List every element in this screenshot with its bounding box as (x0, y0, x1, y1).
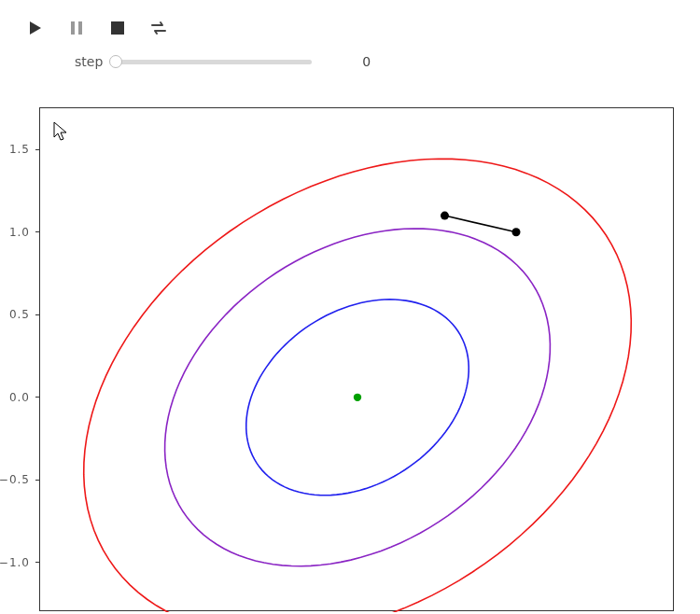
plot-svg (40, 108, 675, 612)
axes-frame: 1.51.00.50.0−0.5−1.0 (39, 107, 674, 611)
svg-rect-2 (78, 21, 82, 35)
svg-rect-1 (71, 21, 75, 35)
trajectory-line (445, 216, 517, 232)
y-tick-mark (35, 562, 40, 563)
cursor-icon (53, 121, 70, 145)
y-tick: 1.5 (9, 143, 40, 156)
y-tick-mark (35, 149, 40, 150)
y-tick-mark (35, 397, 40, 398)
center-point (354, 394, 361, 401)
plot-area: 1.51.00.50.0−0.5−1.0 (0, 107, 700, 611)
stop-icon (111, 21, 124, 35)
step-slider-row: step 0 (0, 47, 700, 84)
trajectory-point (441, 212, 449, 220)
svg-rect-3 (111, 21, 124, 35)
y-tick: 0.5 (9, 308, 40, 321)
y-tick-label: 1.5 (9, 143, 30, 156)
y-tick-label: 0.0 (9, 391, 30, 404)
play-button[interactable] (26, 19, 45, 37)
y-tick: 0.0 (9, 391, 40, 404)
slider-thumb[interactable] (109, 55, 122, 68)
loop-button[interactable] (149, 19, 168, 37)
y-tick: −0.5 (0, 473, 40, 486)
loop-icon (149, 21, 168, 35)
y-tick-mark (35, 480, 40, 481)
y-tick-mark (35, 231, 40, 232)
y-tick-label: −1.0 (0, 556, 30, 569)
pause-button[interactable] (67, 19, 86, 37)
y-tick-label: −0.5 (0, 473, 30, 486)
y-tick-mark (35, 314, 40, 315)
contour-ellipse (84, 159, 632, 612)
pause-icon (69, 21, 84, 35)
trajectory-point (512, 228, 521, 236)
y-tick-label: 0.5 (9, 308, 30, 321)
y-tick: 1.0 (9, 226, 40, 239)
svg-marker-0 (30, 21, 41, 35)
animation-toolbar (0, 0, 700, 47)
play-icon (28, 21, 43, 35)
stop-button[interactable] (108, 19, 127, 37)
y-tick-label: 1.0 (9, 226, 30, 239)
slider-track-bar (116, 60, 312, 64)
step-label: step (75, 54, 103, 69)
y-tick: −1.0 (0, 556, 40, 569)
step-value: 0 (325, 54, 371, 69)
step-slider[interactable] (116, 55, 312, 68)
